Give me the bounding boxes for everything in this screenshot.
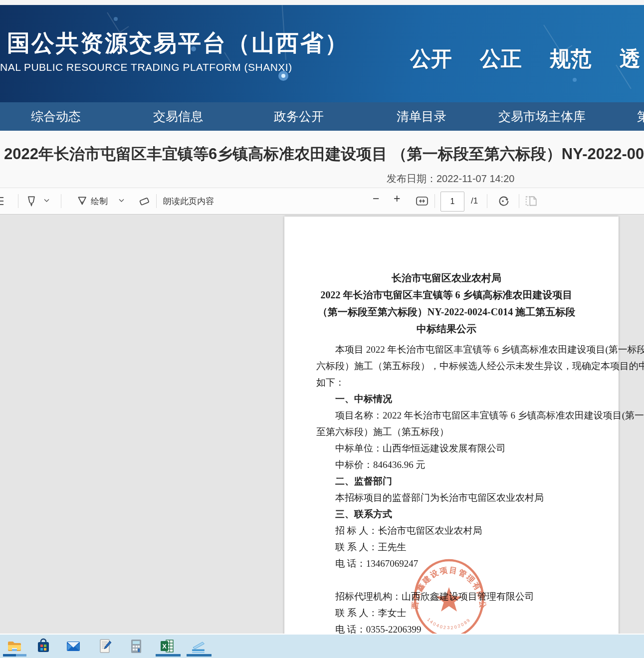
site-title: 国公共资源交易平台（山西省） (7, 28, 349, 59)
taskbar: X (0, 635, 644, 658)
doc-section-heading: 二、监督部门 (316, 473, 577, 489)
page-view-icon[interactable] (525, 195, 538, 208)
doc-section-heading: 三、联系方式 (316, 506, 577, 522)
main-nav: 综合动态 交易信息 政务公开 清单目录 交易市场主体库 第 (0, 102, 644, 131)
toolbar-divider (156, 194, 157, 208)
scanner-icon[interactable] (190, 638, 206, 654)
page-number-input[interactable] (440, 192, 464, 212)
doc-title-line: 2022 年长治市屯留区丰宜镇等 6 乡镇高标准农田建设项目 (316, 286, 577, 303)
nav-item-catalog[interactable]: 清单目录 (397, 102, 446, 131)
draw-button[interactable]: 绘制 (91, 196, 108, 207)
nav-item-trading[interactable]: 交易信息 (153, 102, 203, 131)
draw-pen-icon[interactable] (76, 195, 89, 208)
draw-chevron-down-icon[interactable] (119, 199, 124, 203)
site-banner: 国公共资源交易平台（山西省） NAL PUBLIC RESOURCE TRADI… (0, 5, 644, 102)
seal-serial-text: 1404023202089 (426, 617, 471, 631)
toolbar-divider (434, 194, 435, 208)
running-indicator (3, 654, 26, 657)
banner-slogans: 公开 公正 规范 透 (410, 45, 641, 73)
running-indicator (156, 654, 181, 657)
running-indicator (187, 654, 212, 657)
eraser-icon[interactable] (138, 195, 152, 208)
doc-title-line: 中标结果公示 (316, 320, 577, 337)
fit-width-icon[interactable] (416, 196, 429, 207)
nav-item-clipped[interactable]: 第 (637, 102, 644, 131)
screen: { "banner": { "title": "国公共资源交易平台（山西省）",… (0, 0, 644, 658)
doc-section-heading: 一、中标情况 (316, 391, 577, 407)
mail-icon[interactable] (65, 638, 81, 654)
top-strip (0, 0, 644, 5)
doc-project-name-line: 至第六标段）施工（第五标段） (316, 424, 577, 440)
wordpad-icon[interactable] (97, 638, 113, 654)
doc-tenderer-line: 招 标 人：长治市屯留区农业农村局 (316, 522, 577, 539)
zoom-out-button[interactable]: − (373, 192, 379, 206)
pdf-page: 长治市屯留区农业农村局 2022 年长治市屯留区丰宜镇等 6 乡镇高标准农田建设… (284, 217, 619, 634)
publish-date-line: 发布日期：2022-11-07 14:20 (387, 172, 514, 186)
doc-paragraph-line: 本项目 2022 年长治市屯留区丰宜镇等 6 乡镇高标准农田建设项目(第一标段至… (316, 341, 577, 358)
toolbar-divider (487, 194, 487, 208)
rotate-icon[interactable] (496, 194, 510, 208)
menu-icon[interactable] (0, 196, 4, 206)
article-title: 2022年长治市屯留区丰宜镇等6乡镇高标准农田建设项目 （第一标段至第六标段）N… (4, 144, 644, 165)
nav-item-gov[interactable]: 政务公开 (274, 102, 324, 131)
calculator-icon[interactable] (128, 638, 144, 654)
pdf-viewer[interactable]: 长治市屯留区农业农村局 2022 年长治市屯留区丰宜镇等 6 乡镇高标准农田建设… (0, 215, 644, 634)
nav-item-news[interactable]: 综合动态 (31, 102, 81, 131)
zoom-in-button[interactable]: + (394, 192, 400, 206)
slogan-fair: 公正 (480, 45, 522, 73)
slogan-transparent: 透 (620, 45, 641, 73)
slogan-open: 公开 (410, 45, 452, 73)
doc-winner-line: 中标单位：山西华恒远建设发展有限公司 (316, 440, 577, 456)
site-subtitle: NAL PUBLIC RESOURCE TRADING PLATFORM (SH… (0, 61, 292, 73)
excel-icon[interactable]: X (159, 638, 175, 654)
file-explorer-icon[interactable] (6, 638, 22, 654)
publish-date-label: 发布日期： (387, 173, 436, 184)
toolbar-divider (519, 194, 519, 208)
toolbar-divider (61, 194, 61, 208)
publish-date-value: 2022-11-07 14:20 (436, 173, 514, 184)
slogan-standard: 规范 (550, 45, 592, 73)
doc-project-name-line: 项目名称：2022 年长治市屯留区丰宜镇等 6 乡镇高标准农田建设项目(第一标段 (316, 407, 577, 424)
seal-star-icon (436, 587, 461, 612)
pdf-toolbar: 绘制 朗读此页内容 − + /1 (0, 188, 644, 215)
svg-text:1404023202089: 1404023202089 (426, 617, 471, 631)
doc-price-line: 中标价：846436.96 元 (316, 456, 577, 473)
highlighter-chevron-down-icon[interactable] (44, 199, 49, 203)
read-aloud-button[interactable]: 朗读此页内容 (163, 196, 214, 207)
doc-title-line: （第一标段至第六标段）NY-2022-0024-C014 施工第五标段 (316, 303, 577, 320)
doc-title-line: 长治市屯留区农业农村局 (316, 269, 577, 286)
toolbar-divider (18, 194, 18, 208)
svg-text:X: X (162, 643, 167, 650)
doc-contact-line: 联 系 人：王先生 (316, 539, 577, 555)
microsoft-store-icon[interactable] (35, 638, 51, 654)
nav-item-entities[interactable]: 交易市场主体库 (498, 102, 586, 131)
page-total-label: /1 (471, 196, 478, 206)
highlighter-icon[interactable] (25, 195, 38, 208)
doc-supervision-line: 本招标项目的监督部门为长治市屯留区农业农村局 (316, 489, 577, 506)
doc-paragraph-line: 六标段）施工（第五标段），中标候选人经公示未发生异议，现确定本项目的中标人 (316, 358, 577, 374)
company-seal: 山西欣鑫建设项目管理有限公司 1404023202089 (412, 557, 486, 634)
doc-paragraph-line: 如下： (316, 374, 577, 391)
